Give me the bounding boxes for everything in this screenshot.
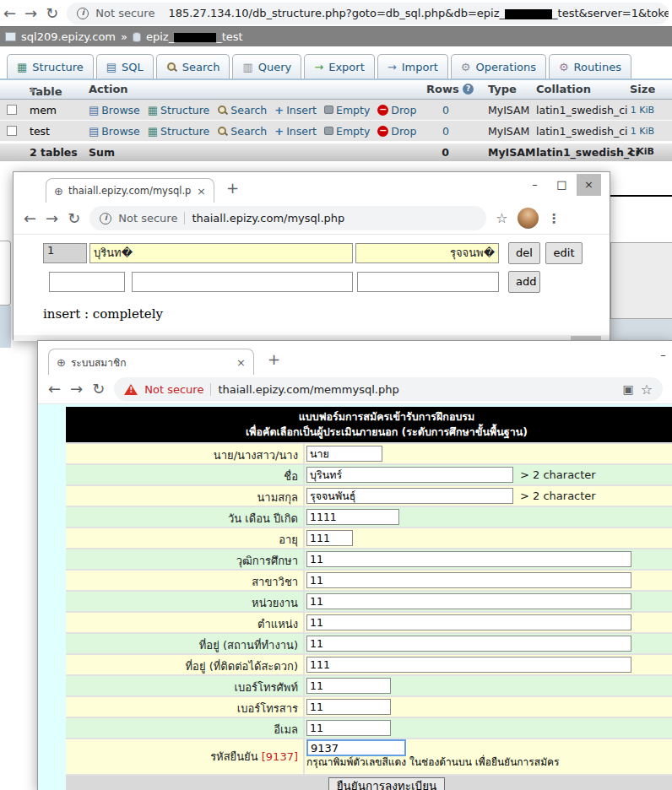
action-structure[interactable]: ▦Structure: [148, 104, 209, 116]
confirm-code-input[interactable]: [306, 739, 406, 756]
pma-tab-import[interactable]: →Import: [377, 54, 448, 79]
new-id-field[interactable]: [49, 272, 125, 292]
form-input-1[interactable]: [306, 467, 513, 483]
form-input-11[interactable]: [306, 678, 391, 694]
table-name[interactable]: test: [30, 125, 50, 138]
menu-dots-icon[interactable]: ⋮: [548, 211, 561, 226]
action-insert[interactable]: +Insert: [274, 104, 317, 116]
action-search[interactable]: Search: [217, 104, 267, 116]
form-note: > 2 character: [520, 490, 596, 502]
titlebar[interactable]: ⊕ thaiall.epizy.com/mysql.php × + – □ ×: [14, 172, 610, 203]
form-row-label: วุฒิการศึกษา: [66, 549, 303, 569]
form-input-10[interactable]: [306, 657, 631, 673]
action-drop[interactable]: −Drop: [377, 125, 416, 138]
translate-icon[interactable]: ▣: [622, 382, 633, 396]
minimize-button[interactable]: –: [523, 174, 547, 196]
tab-close-icon[interactable]: ×: [197, 185, 206, 198]
action-browse[interactable]: ▤Browse: [89, 125, 140, 138]
action-browse[interactable]: ▤Browse: [89, 104, 140, 116]
action-label: Insert: [286, 125, 317, 138]
globe-icon: ⊕: [54, 185, 63, 198]
action-structure[interactable]: ▦Structure: [148, 125, 209, 138]
new-name-field[interactable]: [132, 272, 353, 292]
del-button[interactable]: del: [508, 242, 540, 264]
browser-tab[interactable]: ⊕ thaiall.epizy.com/mysql.php ×: [46, 178, 214, 203]
submit-button[interactable]: ยืนยันการลงทะเบียน: [328, 777, 446, 790]
database-icon: [133, 32, 141, 42]
reload-icon[interactable]: ↻: [92, 381, 105, 397]
form-input-4[interactable]: [306, 530, 353, 546]
action-label: Insert: [286, 104, 317, 116]
add-button[interactable]: add: [508, 271, 540, 293]
pma-tab-structure[interactable]: ▦Structure: [7, 54, 94, 79]
form-input-9[interactable]: [306, 636, 631, 652]
address-bar[interactable]: i Not secure thaiall.epizy.com/mysql.php: [89, 206, 486, 230]
pma-tab-search[interactable]: Search: [156, 54, 230, 79]
record-surname-field[interactable]: รุจจนพ�: [355, 243, 499, 263]
address-bar[interactable]: ! Not secure thaiall.epizy.com/memmysql.…: [114, 377, 663, 401]
query-icon: ▥: [242, 62, 252, 73]
action-insert[interactable]: +Insert: [274, 125, 317, 138]
pma-tab-export[interactable]: →Export: [304, 54, 374, 79]
reload-icon[interactable]: ↻: [68, 211, 80, 226]
not-secure-label: Not secure: [95, 7, 154, 19]
maximize-button[interactable]: □: [550, 174, 574, 196]
action-drop[interactable]: −Drop: [377, 104, 416, 116]
bookmark-star-icon[interactable]: ☆: [641, 381, 653, 398]
sql-icon: ▤: [106, 62, 117, 73]
forward-icon[interactable]: →: [46, 211, 58, 226]
pma-tab-sql[interactable]: ▤SQL: [96, 54, 154, 79]
form-input-5[interactable]: [306, 551, 631, 567]
action-empty[interactable]: Empty: [324, 104, 370, 116]
info-icon[interactable]: i: [100, 213, 111, 225]
form-row: ชื่อ> 2 character: [66, 465, 672, 484]
back-icon[interactable]: ←: [48, 381, 61, 397]
record-id-field[interactable]: 1: [43, 243, 87, 263]
action-search[interactable]: Search: [217, 125, 267, 138]
form-row-cell: [303, 655, 672, 674]
row-checkbox[interactable]: [7, 105, 17, 115]
breadcrumb-server[interactable]: sql209.epizy.com: [21, 30, 116, 43]
breadcrumb-database[interactable]: epiz__test: [146, 30, 243, 43]
address-bar[interactable]: i Not secure 185.27.134.10/db_structure.…: [67, 3, 669, 24]
form-input-13[interactable]: [306, 720, 391, 736]
pma-tab-operations[interactable]: ⚙Operations: [451, 54, 546, 79]
minimize-button[interactable]: –: [651, 344, 672, 366]
help-icon[interactable]: ?: [463, 84, 474, 95]
form-row-cell: [303, 718, 672, 738]
close-button[interactable]: ×: [577, 174, 601, 196]
form-input-3[interactable]: [306, 509, 399, 525]
tab-close-icon[interactable]: ×: [236, 356, 246, 369]
table-name[interactable]: mem: [30, 104, 57, 116]
form-row-cell: [303, 676, 672, 695]
form-input-12[interactable]: [306, 699, 391, 715]
profile-avatar[interactable]: [518, 208, 539, 229]
form-input-0[interactable]: [306, 446, 382, 462]
col-rows: Rows: [426, 83, 459, 95]
titlebar[interactable]: ⊕ ระบบสมาชิก × + –: [38, 341, 672, 375]
new-tab-icon[interactable]: +: [268, 352, 280, 367]
info-icon[interactable]: i: [77, 8, 89, 19]
reload-icon[interactable]: ↻: [46, 6, 58, 21]
action-empty[interactable]: Empty: [324, 125, 370, 138]
form-input-6[interactable]: [306, 572, 631, 588]
drop-icon: −: [377, 105, 388, 116]
form-input-8[interactable]: [306, 614, 631, 630]
edit-button[interactable]: edit: [545, 242, 583, 264]
forward-icon[interactable]: →: [24, 6, 37, 21]
pma-tab-query[interactable]: ▥Query: [232, 54, 301, 79]
form-input-7[interactable]: [306, 593, 631, 609]
pma-tab-bar: ▦Structure▤SQLSearch▥Query→Export→Import…: [7, 54, 631, 79]
form-input-2[interactable]: [306, 488, 513, 504]
browser-tab[interactable]: ⊕ ระบบสมาชิก ×: [48, 349, 254, 375]
forward-icon[interactable]: →: [70, 381, 83, 397]
back-icon[interactable]: ←: [24, 211, 36, 226]
record-name-field[interactable]: บุรินท�: [89, 243, 353, 263]
new-surname-field[interactable]: [357, 272, 499, 292]
bookmark-star-icon[interactable]: ☆: [496, 210, 507, 226]
screen: ← → ↻ i Not secure 185.27.134.10/db_stru…: [0, 0, 672, 790]
pma-tab-routines[interactable]: ⚙Routines: [549, 54, 631, 79]
back-icon[interactable]: ←: [3, 6, 16, 21]
row-checkbox[interactable]: [7, 126, 17, 136]
new-tab-icon[interactable]: +: [226, 181, 239, 196]
